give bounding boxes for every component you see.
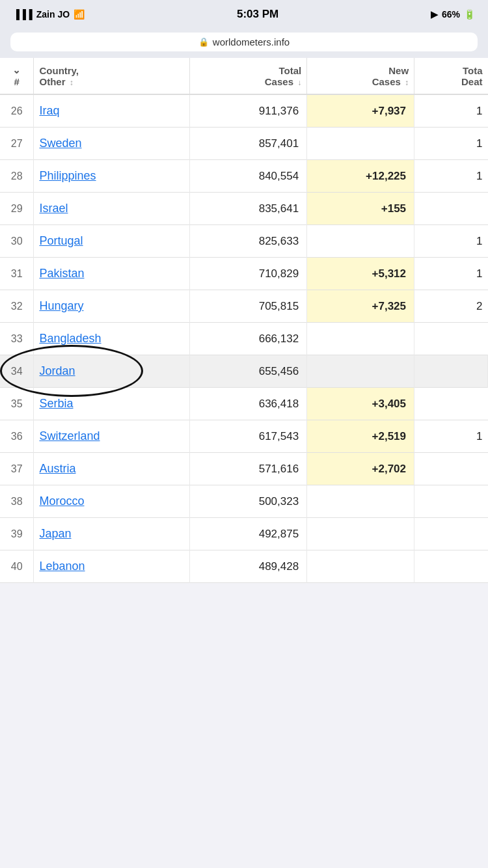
- th-new-cases[interactable]: NewCases ↕: [307, 58, 414, 94]
- total-cases-cell: 636,418: [190, 388, 307, 420]
- table-row: 39Japan492,875: [0, 518, 488, 550]
- sort-icon: ↕: [70, 78, 74, 87]
- address-bar[interactable]: 🔒 worldometers.info: [10, 33, 478, 51]
- total-deaths-cell: [414, 193, 488, 225]
- total-deaths-cell: [414, 550, 488, 583]
- wifi-icon: 📶: [74, 9, 85, 20]
- new-cases-cell: +2,519: [307, 420, 414, 453]
- status-bar: ▐▐▐ Zain JO 📶 5:03 PM ▶ 66% 🔋: [0, 0, 488, 29]
- sort-icon-cases: ↓: [297, 78, 301, 87]
- table-row: 38Morocco500,323: [0, 485, 488, 518]
- new-cases-cell: +3,405: [307, 388, 414, 420]
- total-deaths-cell: [414, 485, 488, 518]
- table-row: 32Hungary705,815+7,3252: [0, 290, 488, 323]
- battery-icon: 🔋: [464, 9, 475, 20]
- total-cases-cell: 840,554: [190, 160, 307, 193]
- total-cases-cell: 500,323: [190, 485, 307, 518]
- total-deaths-cell: [414, 453, 488, 485]
- country-cell[interactable]: Portugal: [34, 225, 190, 258]
- table-row: 36Switzerland617,543+2,5191: [0, 420, 488, 453]
- th-rank[interactable]: ⌄ #: [0, 58, 34, 94]
- total-cases-cell: 666,132: [190, 323, 307, 355]
- sort-icon-new: ↕: [405, 78, 409, 87]
- lock-icon: 🔒: [198, 37, 209, 47]
- new-cases-cell: [307, 128, 414, 160]
- rank-cell: 29: [0, 193, 34, 225]
- total-cases-cell: 710,829: [190, 258, 307, 290]
- total-cases-cell: 571,616: [190, 453, 307, 485]
- rank-cell: 27: [0, 128, 34, 160]
- total-cases-cell: 705,815: [190, 290, 307, 323]
- total-cases-cell: 825,633: [190, 225, 307, 258]
- new-cases-cell: [307, 550, 414, 583]
- th-country[interactable]: Country,Other ↕: [34, 58, 190, 94]
- table-row: 33Bangladesh666,132: [0, 323, 488, 355]
- rank-cell: 37: [0, 453, 34, 485]
- country-cell[interactable]: Japan: [34, 518, 190, 550]
- total-deaths-cell: [414, 388, 488, 420]
- table-row: 26Iraq911,376+7,9371: [0, 94, 488, 128]
- browser-bar: 🔒 worldometers.info: [0, 29, 488, 58]
- total-cases-cell: 492,875: [190, 518, 307, 550]
- signal-bars: ▐▐▐: [13, 9, 33, 20]
- total-deaths-cell: 1: [414, 420, 488, 453]
- rank-cell: 39: [0, 518, 34, 550]
- table-header-row: ⌄ # Country,Other ↕ TotalCases ↓ NewCase…: [0, 58, 488, 94]
- url-text: worldometers.info: [213, 36, 290, 47]
- total-cases-cell: 655,456: [190, 355, 307, 388]
- th-total-cases[interactable]: TotalCases ↓: [190, 58, 307, 94]
- country-cell[interactable]: Philippines: [34, 160, 190, 193]
- table-row: 35Serbia636,418+3,405: [0, 388, 488, 420]
- total-deaths-cell: 1: [414, 225, 488, 258]
- total-deaths-cell: 1: [414, 258, 488, 290]
- table-row: 28Philippines840,554+12,2251: [0, 160, 488, 193]
- new-cases-cell: [307, 355, 414, 388]
- rank-cell: 31: [0, 258, 34, 290]
- total-deaths-cell: 1: [414, 94, 488, 128]
- total-deaths-cell: [414, 518, 488, 550]
- rank-cell: 26: [0, 94, 34, 128]
- country-cell[interactable]: Bangladesh: [34, 323, 190, 355]
- covid-table: ⌄ # Country,Other ↕ TotalCases ↓ NewCase…: [0, 58, 488, 583]
- table-row: 37Austria571,616+2,702: [0, 453, 488, 485]
- country-cell[interactable]: Hungary: [34, 290, 190, 323]
- new-cases-cell: +12,225: [307, 160, 414, 193]
- country-cell[interactable]: Pakistan: [34, 258, 190, 290]
- country-cell[interactable]: Switzerland: [34, 420, 190, 453]
- country-cell[interactable]: Jordan: [34, 355, 190, 388]
- country-cell[interactable]: Morocco: [34, 485, 190, 518]
- table-row: 30Portugal825,6331: [0, 225, 488, 258]
- rank-cell: 36: [0, 420, 34, 453]
- rank-cell: 33: [0, 323, 34, 355]
- new-cases-cell: [307, 323, 414, 355]
- table-row: 27Sweden857,4011: [0, 128, 488, 160]
- rank-cell: 35: [0, 388, 34, 420]
- clock: 5:03 PM: [237, 8, 278, 21]
- new-cases-cell: [307, 225, 414, 258]
- country-cell[interactable]: Iraq: [34, 94, 190, 128]
- table-row: 40Lebanon489,428: [0, 550, 488, 583]
- total-cases-cell: 857,401: [190, 128, 307, 160]
- location-icon: ▶: [431, 9, 438, 20]
- new-cases-cell: +5,312: [307, 258, 414, 290]
- new-cases-cell: +2,702: [307, 453, 414, 485]
- rank-cell: 28: [0, 160, 34, 193]
- total-deaths-cell: 1: [414, 160, 488, 193]
- chevron-down-icon: ⌄: [12, 64, 21, 75]
- battery-info: ▶ 66% 🔋: [431, 9, 475, 20]
- country-cell[interactable]: Austria: [34, 453, 190, 485]
- rank-cell: 32: [0, 290, 34, 323]
- total-deaths-cell: [414, 323, 488, 355]
- country-cell[interactable]: Serbia: [34, 388, 190, 420]
- country-cell[interactable]: Israel: [34, 193, 190, 225]
- total-deaths-cell: [414, 355, 488, 388]
- country-cell[interactable]: Sweden: [34, 128, 190, 160]
- carrier-signal: ▐▐▐ Zain JO 📶: [13, 9, 85, 20]
- rank-cell: 30: [0, 225, 34, 258]
- carrier-name: Zain JO: [36, 9, 70, 20]
- country-cell[interactable]: Lebanon: [34, 550, 190, 583]
- table-row: 29Israel835,641+155: [0, 193, 488, 225]
- total-cases-cell: 911,376: [190, 94, 307, 128]
- rank-cell: 40: [0, 550, 34, 583]
- th-total-deaths[interactable]: TotaDeat: [414, 58, 488, 94]
